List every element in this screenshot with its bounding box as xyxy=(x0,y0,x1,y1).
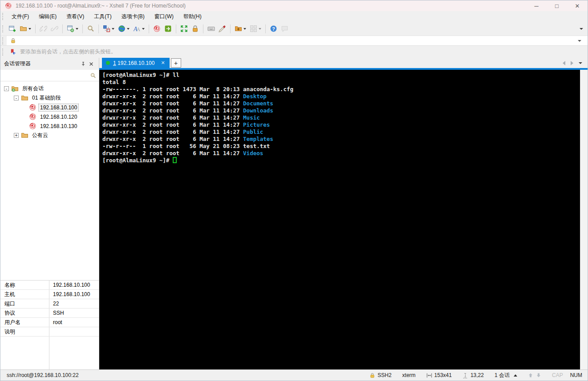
caps-lock-indicator: CAP xyxy=(552,372,563,378)
close-button[interactable]: ✕ xyxy=(567,0,588,11)
compose-icon xyxy=(103,25,110,32)
xftp-button[interactable] xyxy=(163,24,173,34)
new-folder-button[interactable] xyxy=(233,24,247,34)
open-folder-icon xyxy=(20,25,27,32)
property-value: 192.168.10.100 xyxy=(49,282,99,288)
reconnect-button[interactable] xyxy=(49,24,60,34)
menu-edit[interactable]: 编辑(E) xyxy=(34,11,61,22)
menu-window[interactable]: 窗口(W) xyxy=(150,11,178,22)
web-button[interactable] xyxy=(117,24,131,34)
close-panel-icon[interactable] xyxy=(87,60,95,68)
new-session-button[interactable] xyxy=(7,24,17,34)
help-button[interactable]: ? xyxy=(268,24,279,34)
find-icon xyxy=(87,25,94,32)
session-search-input[interactable] xyxy=(3,72,90,79)
toolbar-overflow-icon[interactable] xyxy=(580,28,583,30)
property-value: 22 xyxy=(49,301,99,307)
address-lock-icon xyxy=(10,38,16,44)
expand-icon[interactable]: + xyxy=(14,133,19,138)
disconnect-button[interactable] xyxy=(38,24,49,34)
terminal-output[interactable]: [root@AlmaLinux9 ~]# lltotal 8-rw-------… xyxy=(99,70,580,369)
tree-item[interactable]: +公有云 xyxy=(0,131,99,140)
terminal-line: total 8 xyxy=(102,79,580,86)
tab-session[interactable]: 1 192.168.10.100 ✕ xyxy=(102,58,170,68)
keyboard-button[interactable] xyxy=(206,24,216,34)
address-input[interactable] xyxy=(19,38,578,44)
tab-close-icon[interactable]: ✕ xyxy=(161,60,165,66)
property-value: SSH xyxy=(49,310,99,316)
new-tab-button[interactable]: + xyxy=(171,58,181,68)
pen-button[interactable] xyxy=(217,24,227,34)
tree-item[interactable]: 192.168.10.130 xyxy=(0,121,99,131)
terminal-line: drwxr-xr-x 2 root root 6 Mar 11 14:27 Pu… xyxy=(102,128,580,136)
compose-button[interactable] xyxy=(101,24,116,34)
property-label: 说明 xyxy=(0,327,49,336)
infobar-grip[interactable] xyxy=(2,48,4,56)
session-tree: -所有会话-01 基础阶段192.168.10.100192.168.10.12… xyxy=(0,81,99,280)
terminal-scrollbar[interactable] xyxy=(580,70,588,369)
scroll-up-icon[interactable] xyxy=(528,373,533,378)
tab-list-dropdown-icon[interactable] xyxy=(579,62,582,64)
collapse-icon[interactable]: - xyxy=(14,96,19,100)
terminal-line: drwxr-xr-x 2 root root 6 Mar 11 14:27 Do… xyxy=(102,107,580,114)
tab-scroll-left-icon[interactable] xyxy=(563,61,565,65)
menu-tabs[interactable]: 选项卡(B) xyxy=(117,11,150,22)
folder-icon xyxy=(21,94,28,102)
session-icon xyxy=(29,104,36,111)
tree-item-label: 所有会话 xyxy=(21,84,45,93)
session-properties-button[interactable] xyxy=(65,24,80,34)
find-button[interactable] xyxy=(85,24,96,34)
menu-tools[interactable]: 工具(T) xyxy=(89,11,116,22)
menu-view[interactable]: 查看(V) xyxy=(61,11,89,22)
toolbar-separator xyxy=(203,24,203,33)
connected-dot-icon xyxy=(106,61,110,65)
dropdown-arrow-icon xyxy=(259,28,261,30)
xshell-button[interactable] xyxy=(152,24,162,34)
address-dropdown-icon[interactable] xyxy=(578,40,581,42)
tab-scroll-right-icon[interactable] xyxy=(571,61,573,65)
menu-help[interactable]: 帮助(H) xyxy=(178,11,207,22)
open-folder-button[interactable] xyxy=(18,24,32,34)
scroll-down-icon[interactable] xyxy=(536,373,541,378)
window-title: 192.168.10.100 - root@AlmaLinux9:~ - Xsh… xyxy=(16,3,526,9)
tree-item[interactable]: -所有会话 xyxy=(0,84,99,93)
menubar-grip[interactable] xyxy=(2,13,4,20)
menu-file[interactable]: 文件(F) xyxy=(7,11,34,22)
toolbar-items: AA? xyxy=(7,24,580,34)
lock-button[interactable] xyxy=(190,24,200,34)
search-icon[interactable] xyxy=(90,72,96,79)
property-row: 协议SSH xyxy=(0,309,99,318)
fullscreen-button[interactable] xyxy=(179,24,189,34)
maximize-button[interactable]: □ xyxy=(547,0,567,11)
tree-item-label: 192.168.10.100 xyxy=(39,104,78,111)
tile-button[interactable] xyxy=(248,24,263,34)
property-row: 端口22 xyxy=(0,299,99,309)
menu-bar: 文件(F) 编辑(E) 查看(V) 工具(T) 选项卡(B) 窗口(W) 帮助(… xyxy=(0,11,588,22)
collapse-icon[interactable]: - xyxy=(4,86,9,91)
tree-item-label: 01 基础阶段 xyxy=(31,94,62,102)
addressbar-grip[interactable] xyxy=(2,37,4,44)
toolbar-separator xyxy=(62,24,63,33)
num-lock-indicator: NUM xyxy=(570,372,582,378)
address-field[interactable] xyxy=(7,36,588,45)
disconnect-icon xyxy=(40,25,47,32)
web-icon xyxy=(118,25,126,32)
info-bar: 要添加当前会话，点击左侧的箭头按钮。 xyxy=(0,46,588,58)
pin-panel-icon[interactable] xyxy=(79,60,87,68)
session-manager-header: 会话管理器 xyxy=(0,58,99,70)
chat-button[interactable] xyxy=(280,24,290,34)
address-bar xyxy=(0,36,588,46)
font-button[interactable]: AA xyxy=(132,24,146,34)
tab-navigation xyxy=(563,61,588,65)
tree-item[interactable]: 192.168.10.100 xyxy=(0,103,99,112)
tree-item[interactable]: -01 基础阶段 xyxy=(0,93,99,103)
toolbar-grip[interactable] xyxy=(2,25,4,32)
status-session-count[interactable]: 1 会话 xyxy=(495,372,517,379)
main-area: 会话管理器 -所有会话-01 基础阶段192.168.10.100192.168… xyxy=(0,58,588,369)
minimize-button[interactable]: ─ xyxy=(526,0,547,11)
session-icon xyxy=(29,122,36,130)
reconnect-icon xyxy=(51,25,58,32)
terminal-line: drwxr-xr-x 2 root root 6 Mar 11 14:27 Mu… xyxy=(102,114,580,121)
tree-item[interactable]: 192.168.10.120 xyxy=(0,112,99,121)
toolbar-separator xyxy=(176,24,176,33)
